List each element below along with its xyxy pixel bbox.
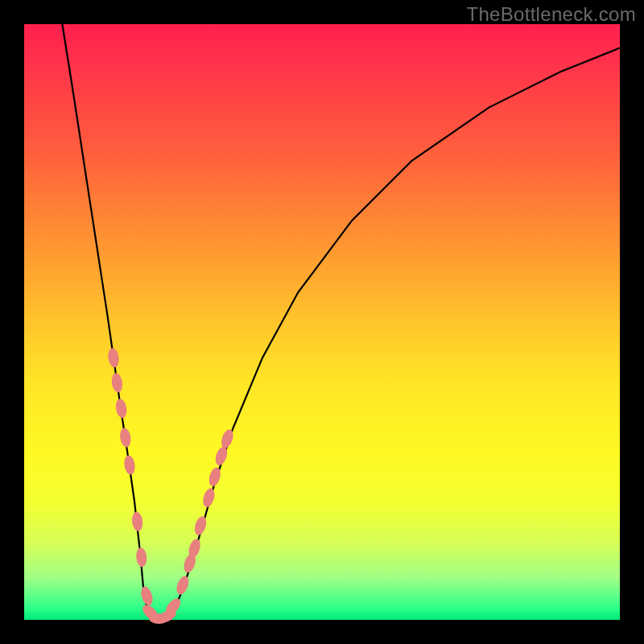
curve-marker (123, 455, 136, 476)
bottleneck-curve (62, 24, 620, 620)
curve-marker (201, 487, 217, 509)
plot-area (24, 24, 620, 620)
curve-marker (110, 373, 123, 394)
curve-marker (114, 398, 127, 419)
curve-marker (192, 515, 208, 537)
curve-marker (174, 575, 191, 597)
curve-svg (24, 24, 620, 620)
curve-marker (139, 585, 155, 607)
curve-marker (131, 511, 144, 531)
marker-group (107, 348, 235, 625)
curve-marker (107, 348, 120, 369)
watermark-text: TheBottleneck.com (466, 3, 636, 26)
curve-marker (135, 547, 147, 568)
curve-marker (119, 427, 132, 448)
chart-frame: TheBottleneck.com (0, 0, 644, 644)
